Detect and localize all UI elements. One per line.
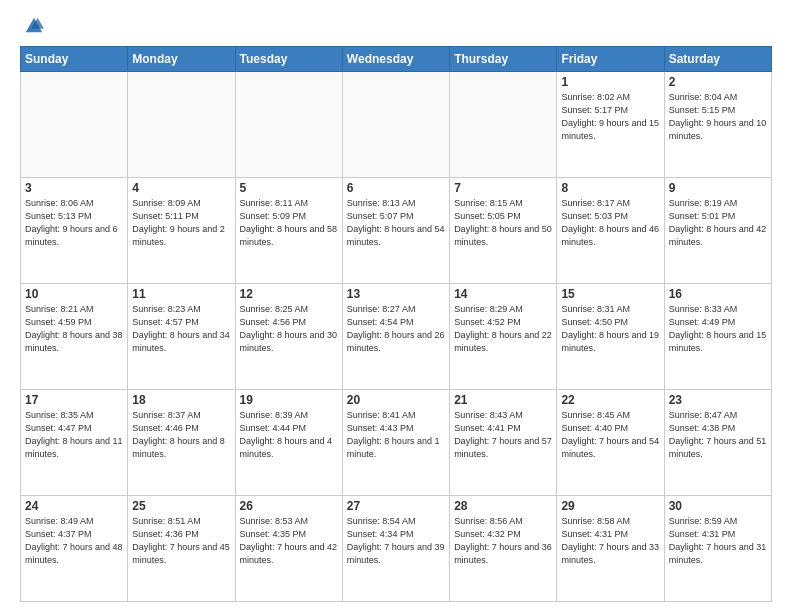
day-number: 25 (132, 499, 230, 513)
calendar: SundayMondayTuesdayWednesdayThursdayFrid… (20, 46, 772, 602)
calendar-cell: 30Sunrise: 8:59 AM Sunset: 4:31 PM Dayli… (664, 496, 771, 602)
day-info: Sunrise: 8:51 AM Sunset: 4:36 PM Dayligh… (132, 515, 230, 567)
day-number: 2 (669, 75, 767, 89)
week-row-2: 10Sunrise: 8:21 AM Sunset: 4:59 PM Dayli… (21, 284, 772, 390)
logo-icon (24, 16, 44, 36)
calendar-cell (128, 72, 235, 178)
calendar-cell: 26Sunrise: 8:53 AM Sunset: 4:35 PM Dayli… (235, 496, 342, 602)
day-info: Sunrise: 8:25 AM Sunset: 4:56 PM Dayligh… (240, 303, 338, 355)
calendar-cell (342, 72, 449, 178)
calendar-cell: 21Sunrise: 8:43 AM Sunset: 4:41 PM Dayli… (450, 390, 557, 496)
calendar-cell: 14Sunrise: 8:29 AM Sunset: 4:52 PM Dayli… (450, 284, 557, 390)
day-info: Sunrise: 8:45 AM Sunset: 4:40 PM Dayligh… (561, 409, 659, 461)
weekday-row: SundayMondayTuesdayWednesdayThursdayFrid… (21, 47, 772, 72)
day-number: 4 (132, 181, 230, 195)
calendar-cell: 11Sunrise: 8:23 AM Sunset: 4:57 PM Dayli… (128, 284, 235, 390)
calendar-cell: 1Sunrise: 8:02 AM Sunset: 5:17 PM Daylig… (557, 72, 664, 178)
calendar-cell: 16Sunrise: 8:33 AM Sunset: 4:49 PM Dayli… (664, 284, 771, 390)
day-info: Sunrise: 8:35 AM Sunset: 4:47 PM Dayligh… (25, 409, 123, 461)
day-number: 13 (347, 287, 445, 301)
calendar-cell (235, 72, 342, 178)
day-number: 30 (669, 499, 767, 513)
weekday-header-wednesday: Wednesday (342, 47, 449, 72)
calendar-cell: 24Sunrise: 8:49 AM Sunset: 4:37 PM Dayli… (21, 496, 128, 602)
calendar-cell: 29Sunrise: 8:58 AM Sunset: 4:31 PM Dayli… (557, 496, 664, 602)
calendar-cell: 20Sunrise: 8:41 AM Sunset: 4:43 PM Dayli… (342, 390, 449, 496)
calendar-cell: 12Sunrise: 8:25 AM Sunset: 4:56 PM Dayli… (235, 284, 342, 390)
day-number: 8 (561, 181, 659, 195)
day-info: Sunrise: 8:29 AM Sunset: 4:52 PM Dayligh… (454, 303, 552, 355)
calendar-cell: 8Sunrise: 8:17 AM Sunset: 5:03 PM Daylig… (557, 178, 664, 284)
week-row-3: 17Sunrise: 8:35 AM Sunset: 4:47 PM Dayli… (21, 390, 772, 496)
day-number: 14 (454, 287, 552, 301)
day-number: 15 (561, 287, 659, 301)
day-number: 22 (561, 393, 659, 407)
day-info: Sunrise: 8:13 AM Sunset: 5:07 PM Dayligh… (347, 197, 445, 249)
day-number: 17 (25, 393, 123, 407)
calendar-cell: 22Sunrise: 8:45 AM Sunset: 4:40 PM Dayli… (557, 390, 664, 496)
day-number: 23 (669, 393, 767, 407)
day-info: Sunrise: 8:53 AM Sunset: 4:35 PM Dayligh… (240, 515, 338, 567)
day-info: Sunrise: 8:31 AM Sunset: 4:50 PM Dayligh… (561, 303, 659, 355)
day-info: Sunrise: 8:11 AM Sunset: 5:09 PM Dayligh… (240, 197, 338, 249)
day-number: 12 (240, 287, 338, 301)
calendar-cell: 17Sunrise: 8:35 AM Sunset: 4:47 PM Dayli… (21, 390, 128, 496)
day-number: 28 (454, 499, 552, 513)
week-row-4: 24Sunrise: 8:49 AM Sunset: 4:37 PM Dayli… (21, 496, 772, 602)
calendar-cell: 23Sunrise: 8:47 AM Sunset: 4:38 PM Dayli… (664, 390, 771, 496)
calendar-cell: 13Sunrise: 8:27 AM Sunset: 4:54 PM Dayli… (342, 284, 449, 390)
weekday-header-tuesday: Tuesday (235, 47, 342, 72)
calendar-cell (21, 72, 128, 178)
day-number: 1 (561, 75, 659, 89)
day-number: 11 (132, 287, 230, 301)
weekday-header-monday: Monday (128, 47, 235, 72)
week-row-0: 1Sunrise: 8:02 AM Sunset: 5:17 PM Daylig… (21, 72, 772, 178)
logo (20, 16, 44, 36)
day-info: Sunrise: 8:41 AM Sunset: 4:43 PM Dayligh… (347, 409, 445, 461)
calendar-cell: 2Sunrise: 8:04 AM Sunset: 5:15 PM Daylig… (664, 72, 771, 178)
day-info: Sunrise: 8:43 AM Sunset: 4:41 PM Dayligh… (454, 409, 552, 461)
day-number: 3 (25, 181, 123, 195)
calendar-cell: 15Sunrise: 8:31 AM Sunset: 4:50 PM Dayli… (557, 284, 664, 390)
page: SundayMondayTuesdayWednesdayThursdayFrid… (0, 0, 792, 612)
day-number: 9 (669, 181, 767, 195)
day-info: Sunrise: 8:39 AM Sunset: 4:44 PM Dayligh… (240, 409, 338, 461)
calendar-cell: 3Sunrise: 8:06 AM Sunset: 5:13 PM Daylig… (21, 178, 128, 284)
calendar-cell: 9Sunrise: 8:19 AM Sunset: 5:01 PM Daylig… (664, 178, 771, 284)
day-number: 27 (347, 499, 445, 513)
day-info: Sunrise: 8:23 AM Sunset: 4:57 PM Dayligh… (132, 303, 230, 355)
day-number: 19 (240, 393, 338, 407)
calendar-cell: 18Sunrise: 8:37 AM Sunset: 4:46 PM Dayli… (128, 390, 235, 496)
day-number: 24 (25, 499, 123, 513)
calendar-cell: 25Sunrise: 8:51 AM Sunset: 4:36 PM Dayli… (128, 496, 235, 602)
day-info: Sunrise: 8:21 AM Sunset: 4:59 PM Dayligh… (25, 303, 123, 355)
weekday-header-saturday: Saturday (664, 47, 771, 72)
day-info: Sunrise: 8:56 AM Sunset: 4:32 PM Dayligh… (454, 515, 552, 567)
day-info: Sunrise: 8:54 AM Sunset: 4:34 PM Dayligh… (347, 515, 445, 567)
day-info: Sunrise: 8:17 AM Sunset: 5:03 PM Dayligh… (561, 197, 659, 249)
calendar-cell: 5Sunrise: 8:11 AM Sunset: 5:09 PM Daylig… (235, 178, 342, 284)
day-info: Sunrise: 8:58 AM Sunset: 4:31 PM Dayligh… (561, 515, 659, 567)
calendar-cell (450, 72, 557, 178)
calendar-cell: 28Sunrise: 8:56 AM Sunset: 4:32 PM Dayli… (450, 496, 557, 602)
calendar-cell: 7Sunrise: 8:15 AM Sunset: 5:05 PM Daylig… (450, 178, 557, 284)
calendar-cell: 4Sunrise: 8:09 AM Sunset: 5:11 PM Daylig… (128, 178, 235, 284)
week-row-1: 3Sunrise: 8:06 AM Sunset: 5:13 PM Daylig… (21, 178, 772, 284)
weekday-header-thursday: Thursday (450, 47, 557, 72)
day-info: Sunrise: 8:15 AM Sunset: 5:05 PM Dayligh… (454, 197, 552, 249)
day-info: Sunrise: 8:09 AM Sunset: 5:11 PM Dayligh… (132, 197, 230, 249)
day-info: Sunrise: 8:19 AM Sunset: 5:01 PM Dayligh… (669, 197, 767, 249)
day-info: Sunrise: 8:04 AM Sunset: 5:15 PM Dayligh… (669, 91, 767, 143)
calendar-cell: 10Sunrise: 8:21 AM Sunset: 4:59 PM Dayli… (21, 284, 128, 390)
calendar-cell: 27Sunrise: 8:54 AM Sunset: 4:34 PM Dayli… (342, 496, 449, 602)
calendar-cell: 6Sunrise: 8:13 AM Sunset: 5:07 PM Daylig… (342, 178, 449, 284)
day-number: 10 (25, 287, 123, 301)
day-info: Sunrise: 8:02 AM Sunset: 5:17 PM Dayligh… (561, 91, 659, 143)
day-number: 6 (347, 181, 445, 195)
header (20, 16, 772, 36)
calendar-header: SundayMondayTuesdayWednesdayThursdayFrid… (21, 47, 772, 72)
day-info: Sunrise: 8:33 AM Sunset: 4:49 PM Dayligh… (669, 303, 767, 355)
day-info: Sunrise: 8:59 AM Sunset: 4:31 PM Dayligh… (669, 515, 767, 567)
day-number: 20 (347, 393, 445, 407)
weekday-header-friday: Friday (557, 47, 664, 72)
